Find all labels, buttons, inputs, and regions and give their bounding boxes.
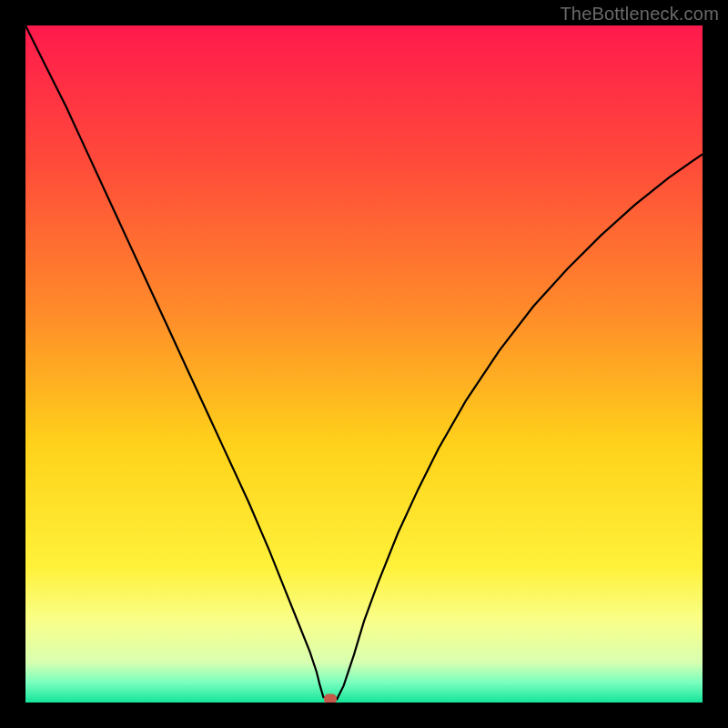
plot-area	[25, 25, 703, 703]
optimum-marker	[324, 694, 337, 703]
bottleneck-curve	[25, 25, 703, 703]
chart-frame: TheBottleneck.com	[0, 0, 728, 728]
watermark-text: TheBottleneck.com	[560, 4, 719, 25]
